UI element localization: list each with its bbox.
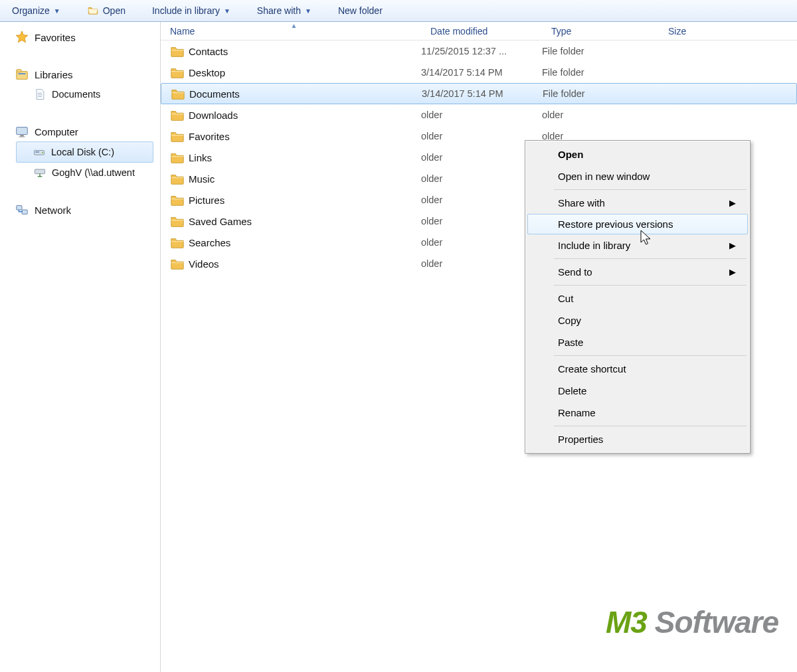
file-date: older [421,110,542,120]
file-date: 3/14/2017 5:14 PM [422,88,543,99]
ctx-paste-label: Paste [558,337,583,348]
nav-item-local-disk[interactable]: Local Disk (C:) [16,141,153,163]
toolbar: Organize ▼ Open Include in library ▼ Sha… [0,0,797,22]
folder-icon [170,151,185,164]
nav-item-documents[interactable]: Documents [0,84,160,104]
ctx-restore-previous[interactable]: Restore previous versions [527,214,748,234]
ctx-separator [554,258,747,259]
svg-rect-1 [17,70,21,72]
svg-rect-5 [19,136,25,137]
file-date: older [421,131,542,141]
ctx-paste[interactable]: Paste [527,331,748,353]
watermark: M3 Software [606,604,778,640]
folder-icon [170,172,185,185]
ctx-sendto-label: Send to [558,266,592,278]
folder-icon [170,193,185,207]
toolbar-share-label: Share with [257,5,301,16]
watermark-software: Software [647,605,778,639]
col-name-label: Name [170,26,195,37]
toolbar-organize[interactable]: Organize ▼ [5,3,67,19]
ctx-copy-label: Copy [558,315,581,326]
file-date: older [421,237,542,248]
nav-group-network[interactable]: Network [0,200,160,220]
ctx-open-new-label: Open in new window [558,171,650,182]
ctx-create-shortcut[interactable]: Create shortcut [527,358,748,380]
file-name: Pictures [189,195,224,206]
col-date[interactable]: Date modified [421,26,542,37]
file-date: older [421,195,542,205]
svg-rect-3 [17,127,28,135]
nav-group-favorites[interactable]: Favorites [0,27,160,47]
toolbar-include-library[interactable]: Include in library ▼ [145,3,237,19]
folder-icon [170,257,185,270]
toolbar-share-with[interactable]: Share with ▼ [250,3,318,19]
file-date: older [421,216,542,226]
file-date: older [421,152,542,163]
ctx-properties[interactable]: Properties [527,428,748,450]
toolbar-organize-label: Organize [12,5,50,16]
document-icon [33,88,46,101]
file-row[interactable]: Documents3/14/2017 5:14 PMFile folder [161,83,797,104]
nav-favorites-label: Favorites [35,32,76,43]
file-name: Desktop [189,67,225,78]
ctx-open[interactable]: Open [527,143,748,165]
nav-group-libraries[interactable]: Libraries [0,64,160,84]
col-size-label: Size [668,26,686,37]
ctx-send-to[interactable]: Send to▶ [527,261,748,283]
ctx-properties-label: Properties [558,434,603,445]
svg-rect-9 [35,169,45,174]
file-name: Downloads [189,110,238,121]
dropdown-arrow-icon: ▼ [305,7,311,15]
file-row[interactable]: Contacts11/25/2015 12:37 ...File folder [161,41,797,62]
file-type: File folder [543,88,660,99]
ctx-copy[interactable]: Copy [527,309,748,331]
file-name: Documents [189,88,240,100]
svg-point-7 [42,152,43,153]
sort-indicator-icon: ▲ [291,22,298,29]
nav-group-computer[interactable]: Computer [0,122,160,141]
ctx-cut-label: Cut [558,293,573,304]
toolbar-new-folder[interactable]: New folder [331,3,389,19]
col-type[interactable]: Type [542,26,659,37]
ctx-include-library[interactable]: Include in library▶ [527,234,748,256]
col-name[interactable]: Name ▲ [161,26,421,37]
folder-icon [170,44,185,58]
ctx-shortcut-label: Create shortcut [558,363,626,375]
star-icon [15,30,29,44]
computer-icon [15,124,29,139]
file-list-pane: Name ▲ Date modified Type Size Contacts1… [161,22,797,672]
ctx-rename[interactable]: Rename [527,402,748,424]
col-size[interactable]: Size [659,26,739,37]
file-row[interactable]: Desktop3/14/2017 5:14 PMFile folder [161,62,797,83]
ctx-separator [554,285,747,286]
nav-pane: Favorites Libraries Documents Computer [0,22,161,672]
file-type: File folder [542,46,659,56]
ctx-delete-label: Delete [558,385,586,396]
folder-icon [170,129,185,143]
ctx-separator [554,355,747,356]
file-type: File folder [542,67,659,78]
nav-localdisk-label: Local Disk (C:) [51,143,114,161]
ctx-open-new-window[interactable]: Open in new window [527,165,748,187]
svg-rect-10 [17,206,22,210]
ctx-include-label: Include in library [558,240,630,251]
nav-computer-label: Computer [35,126,78,137]
file-row[interactable]: Downloadsolderolder [161,104,797,126]
folder-icon [170,66,185,79]
submenu-arrow-icon: ▶ [729,198,736,208]
folder-icon [170,236,185,249]
open-folder-icon [87,5,99,17]
ctx-share-with[interactable]: Share with▶ [527,192,748,214]
nav-item-network-drive[interactable]: GoghV (\\ad.utwent [0,163,160,183]
file-name: Favorites [189,131,230,142]
file-date: 11/25/2015 12:37 ... [421,46,542,56]
ctx-restore-label: Restore previous versions [558,218,673,230]
ctx-cut[interactable]: Cut [527,288,748,309]
toolbar-open[interactable]: Open [80,2,132,19]
ctx-delete[interactable]: Delete [527,380,748,402]
file-name: Searches [189,237,230,248]
network-icon [15,203,29,217]
col-date-label: Date modified [430,26,487,37]
svg-rect-2 [19,73,26,74]
submenu-arrow-icon: ▶ [729,240,736,250]
